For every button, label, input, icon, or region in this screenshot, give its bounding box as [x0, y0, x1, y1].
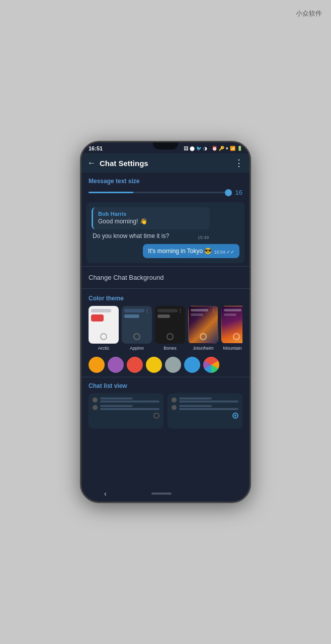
color-yellow[interactable] [146, 357, 162, 373]
theme-card-appinn[interactable]: ⋮ [122, 306, 152, 344]
line-short [179, 397, 212, 399]
theme-circle [167, 333, 174, 340]
color-circles [89, 357, 242, 373]
line-full [179, 408, 238, 410]
theme-name-arctic: Arctic [98, 346, 110, 351]
nav-bar: ‹ [81, 487, 250, 502]
color-multicolor[interactable] [203, 357, 219, 373]
avatar-2 [93, 405, 98, 410]
theme-circle [233, 333, 240, 340]
chat-lines-4 [179, 405, 238, 410]
theme-card-jotunheim[interactable]: ⋮ [188, 306, 218, 344]
theme-name-bones: Bones [163, 346, 177, 351]
status-time: 16:51 [89, 145, 103, 151]
line-short [100, 397, 133, 399]
theme-name-jotunheim: Jotunheim [193, 346, 214, 351]
radio-option-1[interactable] [153, 413, 159, 419]
theme-name-appinn: Appinn [130, 346, 144, 351]
theme-circle [133, 333, 140, 340]
chat-list-row-2 [93, 405, 159, 410]
slider-row: 16 [89, 189, 242, 196]
watermark-label: 小众软件 [296, 9, 322, 18]
sent-time: 16:04 [214, 250, 225, 255]
theme-more-icon[interactable]: ⋮ [211, 308, 216, 313]
more-menu-button[interactable]: ⋮ [234, 157, 243, 169]
avatar-3 [172, 397, 177, 403]
phone-screen: 16:51 🖼 ⬤ 🐦 ◑ ⏰ 🔑 ▾ 📶 🔋 ← Chat Settings … [81, 142, 250, 502]
theme-card-inner-mountain [222, 306, 242, 343]
chat-list-option-1[interactable] [89, 393, 163, 429]
phone-frame: 16:51 🖼 ⬤ 🐦 ◑ ⏰ 🔑 ▾ 📶 🔋 ← Chat Settings … [80, 141, 251, 503]
color-purple[interactable] [108, 357, 124, 373]
theme-item-mountain[interactable]: ⋮ Mountain S... [221, 306, 242, 351]
slider-track[interactable] [89, 192, 228, 193]
color-gray[interactable] [165, 357, 181, 373]
checkmarks-icon: ✓✓ [226, 250, 234, 255]
bottom-padding [81, 434, 250, 440]
theme-item-jotunheim[interactable]: ⋮ Jotunheim [188, 306, 218, 351]
theme-card-bones[interactable]: ⋮ [155, 306, 185, 344]
wifi-icon: ▾ [226, 146, 228, 151]
chat-lines-3 [179, 397, 238, 403]
theme-more-icon[interactable]: ⋮ [178, 308, 183, 313]
slider-thumb[interactable] [225, 189, 232, 196]
theme-bar-2 [191, 313, 203, 316]
change-chat-background-button[interactable]: Change Chat Background [81, 267, 250, 288]
sent-row: It's morning in Tokyo 😎 16:04 ✓✓ [92, 244, 239, 258]
received-line2: Do you know what time it is? [93, 232, 169, 240]
theme-name-mountain: Mountain S... [223, 346, 242, 351]
chat-list-row-3 [172, 397, 238, 403]
theme-card-arctic[interactable]: ⋮ [89, 306, 119, 344]
color-blue[interactable] [184, 357, 200, 373]
chat-lines-2 [100, 405, 159, 410]
theme-bar [124, 309, 144, 312]
theme-bar-2 [157, 314, 170, 318]
chat-list-previews [89, 393, 242, 429]
twitter-icon: 🐦 [196, 146, 202, 151]
status-icons: 🖼 ⬤ 🐦 ◑ ⏰ 🔑 ▾ 📶 🔋 [184, 146, 242, 151]
color-orange[interactable] [89, 357, 105, 373]
received-message: Bob Harris Good morning! 👋 Do you know w… [92, 207, 210, 241]
theme-bar [157, 309, 178, 312]
theme-bar [224, 309, 241, 311]
sent-meta: 16:04 ✓✓ [214, 250, 234, 255]
theme-accent [91, 314, 104, 321]
received-line1: Good morning! 👋 [98, 218, 205, 226]
notch [153, 142, 178, 149]
back-button[interactable]: ← [88, 158, 96, 168]
signal-icon: 📶 [230, 146, 235, 151]
line-full [100, 400, 159, 403]
theme-card-mountain[interactable]: ⋮ [221, 306, 242, 344]
nav-home-pill[interactable] [151, 493, 172, 495]
slider-value: 16 [232, 189, 242, 196]
theme-item-bones[interactable]: ⋮ Bones [155, 306, 185, 351]
alarm-icon: ⏰ [212, 146, 217, 151]
sent-text: It's morning in Tokyo 😎 [148, 248, 212, 255]
chat-list-row-4 [172, 405, 238, 410]
theme-bar [191, 309, 208, 311]
sender-name: Bob Harris [98, 211, 205, 217]
chat-list-option-2[interactable] [168, 393, 242, 429]
app-icon: ◑ [203, 146, 207, 151]
settings-content: Message text size 16 Bob Harris Good mor… [81, 173, 250, 487]
color-theme-label: Color theme [89, 295, 242, 302]
color-theme-section: Color theme ⋮ Arctic [81, 289, 250, 377]
sent-bubble: It's morning in Tokyo 😎 16:04 ✓✓ [143, 244, 239, 258]
text-size-label: Message text size [89, 178, 242, 185]
theme-item-arctic[interactable]: ⋮ Arctic [89, 306, 119, 351]
radio-option-2[interactable] [232, 413, 238, 419]
theme-circle [200, 333, 207, 340]
theme-previews: ⋮ Arctic ⋮ [89, 306, 242, 353]
nav-back-button[interactable]: ‹ [104, 490, 107, 498]
theme-more-icon[interactable]: ⋮ [112, 308, 116, 313]
chat-lines-1 [100, 397, 159, 403]
line-full [100, 408, 159, 410]
color-red[interactable] [127, 357, 143, 373]
avatar-1 [93, 397, 98, 403]
chat-list-section: Chat list view [81, 377, 250, 434]
theme-item-appinn[interactable]: ⋮ Appinn [122, 306, 152, 351]
theme-bar-2 [224, 313, 236, 316]
theme-more-icon[interactable]: ⋮ [145, 308, 149, 313]
photo-icon: 🖼 [184, 146, 188, 151]
battery-icon: 🔋 [237, 146, 242, 151]
